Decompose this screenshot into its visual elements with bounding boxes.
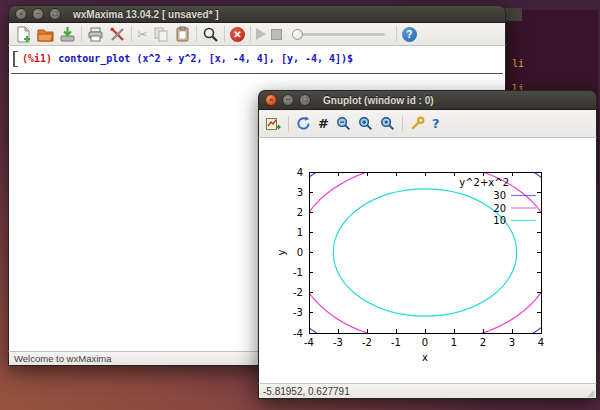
zoom-next-button[interactable] [358,116,373,131]
gnuplot-toolbar: # ? [258,110,597,138]
toolbar-separator [402,116,403,132]
search-icon [202,26,219,43]
svg-text:3: 3 [509,337,515,348]
configure-button[interactable] [410,116,425,131]
svg-text:4: 4 [297,167,303,178]
toolbar-separator [131,26,132,42]
svg-text:1: 1 [451,337,457,348]
copy-icon [153,26,169,42]
input-prompt: (%i1) [22,53,58,64]
svg-text:1: 1 [297,227,303,238]
zoom-next-icon [358,116,373,131]
grid-toggle-icon[interactable]: # [318,116,329,131]
stop-button[interactable] [271,29,282,40]
paste-icon [174,26,191,43]
toolbar-separator [288,116,289,132]
cut-icon[interactable]: ✂ [137,27,148,42]
contour-plot[interactable]: -4-3-2-101234-4-3-2-101234xyy^2+x^230201… [259,138,598,383]
copy-plot-button[interactable] [265,116,281,132]
toolbar-separator [224,26,225,42]
minimize-button[interactable]: − [32,8,44,20]
svg-text:2: 2 [297,207,303,218]
print-button[interactable] [87,26,104,43]
gnuplot-statusbar: -5.81952, 0.627791 ◢ [258,383,597,399]
toolbar-separator [250,26,251,42]
wxmaxima-titlebar[interactable]: × − □ wxMaxima 13.04.2 [ unsaved* ] [8,5,506,23]
replot-button[interactable] [296,116,311,131]
zoom-previous-button[interactable] [336,116,351,131]
configure-button[interactable] [109,26,126,43]
svg-text:y: y [276,249,287,255]
window-title: Gnuplot (window id : 0) [323,95,434,106]
horizontal-cell-cursor[interactable] [11,73,503,74]
paste-button[interactable] [174,26,191,43]
svg-text:-1: -1 [293,267,303,278]
slider-handle[interactable] [292,29,303,40]
svg-text:y^2+x^2: y^2+x^2 [459,177,509,188]
svg-text:2: 2 [480,337,486,348]
minimize-button[interactable]: − [282,94,294,106]
save-button[interactable] [59,26,76,43]
window-title: wxMaxima 13.04.2 [ unsaved* ] [73,9,219,20]
new-document-button[interactable] [15,26,32,43]
copy-button[interactable] [153,26,169,42]
zoom-previous-icon [336,116,351,131]
svg-text:-1: -1 [391,337,401,348]
close-button[interactable]: × [265,94,277,106]
maximize-button[interactable]: □ [49,8,61,20]
find-button[interactable] [202,26,219,43]
resize-grip[interactable]: ◢ [587,388,594,398]
animation-slider[interactable] [293,33,385,36]
play-icon [256,28,266,40]
zoom-button[interactable] [380,116,395,131]
maximize-button[interactable]: □ [299,94,311,106]
open-folder-icon [37,26,54,43]
close-button[interactable]: × [15,8,27,20]
svg-text:0: 0 [297,247,303,258]
svg-text:30: 30 [493,190,506,201]
svg-text:x: x [422,352,428,363]
status-text: Welcome to wxMaxima [14,353,112,364]
open-button[interactable] [37,26,54,43]
svg-text:-2: -2 [362,337,372,348]
svg-text:-2: -2 [293,287,303,298]
cell-bracket[interactable] [13,51,18,67]
cell-code[interactable]: (%i1) contour_plot (x^2 + y^2, [x, -4, 4… [22,51,353,66]
help-icon[interactable]: ? [432,116,440,131]
svg-text:4: 4 [538,337,544,348]
input-cell[interactable]: (%i1) contour_plot (x^2 + y^2, [x, -4, 4… [9,46,505,67]
interrupt-icon[interactable]: ✕ [230,27,245,42]
configure-icon [109,26,126,43]
terminal-line: li [506,58,598,69]
svg-text:-4: -4 [293,328,303,339]
svg-text:-3: -3 [293,307,303,318]
cursor-coordinates: -5.81952, 0.627791 [263,386,350,397]
svg-text:3: 3 [297,187,303,198]
svg-text:0: 0 [422,337,428,348]
wrench-icon [410,116,425,131]
svg-text:-4: -4 [304,337,314,348]
toolbar-separator [81,26,82,42]
save-icon [59,26,76,43]
play-button[interactable] [256,28,266,40]
svg-text:10: 10 [493,215,506,226]
svg-text:20: 20 [493,203,506,214]
copy-plot-icon [265,116,281,132]
gnuplot-titlebar[interactable]: × − □ Gnuplot (window id : 0) [258,90,597,110]
toolbar-separator [196,26,197,42]
svg-text:-3: -3 [333,337,343,348]
help-icon[interactable]: ? [402,27,417,42]
replot-icon [296,116,311,131]
gnuplot-plot-canvas[interactable]: -4-3-2-101234-4-3-2-101234xyy^2+x^230201… [258,138,597,383]
toolbar-separator [396,26,397,42]
new-document-icon [15,26,32,43]
print-icon [87,26,104,43]
wxmaxima-toolbar: ✂ ✕ ? [8,23,506,46]
stop-icon [271,29,282,40]
gnuplot-window[interactable]: × − □ Gnuplot (window id : 0) # [258,90,597,399]
zoom-icon [380,116,395,131]
input-command: contour_plot (x^2 + y^2, [x, -4, 4], [y,… [58,53,353,64]
